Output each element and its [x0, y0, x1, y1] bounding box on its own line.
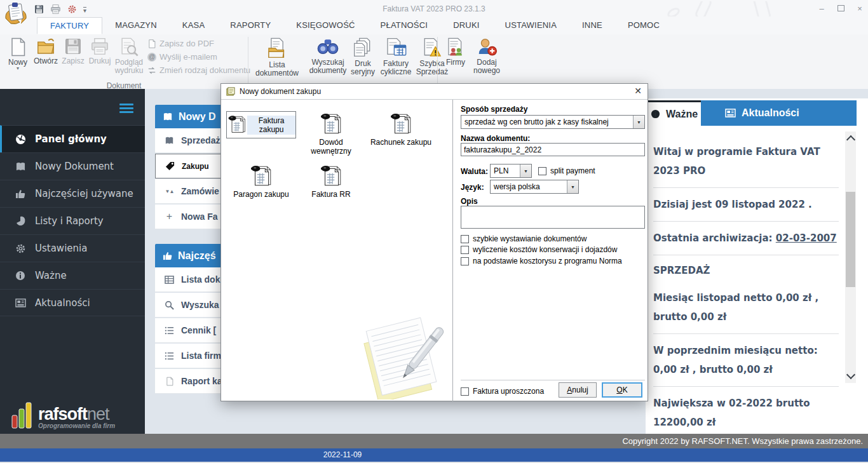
row-nowa-faktura[interactable]: + Nowa Fa: [155, 205, 231, 229]
archive-date-link[interactable]: 02-03-2007: [776, 232, 837, 244]
row-zakupu[interactable]: Zakupu: [155, 154, 231, 178]
save-button[interactable]: Zapisz: [60, 37, 86, 65]
tab-ksiegowosc[interactable]: KSIĘGOWOŚĆ: [283, 17, 367, 34]
sidebar-item-panel-glowny[interactable]: Panel główny: [0, 125, 145, 152]
split-payment-checkbox[interactable]: split payment: [538, 166, 595, 175]
bar-chart-logo-icon: [11, 401, 33, 429]
copies-icon: [353, 37, 373, 58]
copyright-bar: Copyright 2022 by RAFSOFT.NET. Wszystkie…: [0, 434, 868, 448]
scroll-up-icon[interactable]: [846, 135, 855, 144]
thumb-up-icon: [14, 189, 27, 199]
row-cennik[interactable]: Cennik [: [155, 318, 231, 343]
option-norma-estimate[interactable]: na podstawie kosztorysu z programu Norma: [461, 257, 622, 265]
document-list-button[interactable]: Lista dokumentów: [252, 37, 302, 77]
tab-druki[interactable]: DRUKI: [440, 17, 492, 34]
dashboard-icon: [14, 134, 27, 145]
type-rachunek-zakupu[interactable]: Rachunek zakupu: [366, 111, 436, 147]
sidebar-item-aktualnosci[interactable]: Aktualności: [0, 289, 145, 316]
info-icon: [14, 271, 27, 281]
scrollbar[interactable]: [845, 131, 856, 383]
new-button[interactable]: Nowy▾: [4, 37, 32, 70]
pdf-icon: [147, 39, 156, 48]
row-lista-firm[interactable]: Lista firm: [155, 344, 231, 368]
language-select[interactable]: wersja polska▼: [490, 180, 579, 194]
app-title: Faktura VAT 2023 PRO 23.1.3: [0, 4, 868, 13]
option-quick-documents[interactable]: szybkie wystawianie dokumentów: [461, 234, 587, 243]
ok-button[interactable]: OK: [602, 382, 642, 398]
sidebar-item-wazne[interactable]: Ważne: [0, 262, 145, 289]
info-panel: Ważne Aktualności Witaj w programie Fakt…: [646, 98, 868, 434]
tab-raporty[interactable]: RAPORTY: [217, 17, 283, 34]
dialog-titlebar[interactable]: Nowy dokument zakupu ✕: [221, 84, 648, 100]
dialog-close-icon[interactable]: ✕: [634, 86, 642, 96]
info-list: Witaj w programie Faktura VAT 2023 PRO D…: [653, 135, 839, 463]
tab-aktualnosci[interactable]: Aktualności: [701, 100, 857, 126]
status-date: 2022-11-09: [292, 450, 393, 459]
scrollbar-thumb[interactable]: [846, 192, 855, 287]
ribbon-separator: [248, 37, 248, 84]
tab-faktury[interactable]: FAKTURY: [37, 17, 102, 34]
tab-platnosci[interactable]: PŁATNOŚCI: [368, 17, 441, 34]
row-raport-kasowy[interactable]: Raport ka: [155, 369, 231, 394]
sidebar-item-ustawienia[interactable]: Ustawienia: [0, 234, 145, 262]
serial-print-button[interactable]: Druk seryjny: [348, 37, 377, 76]
scroll-down-icon[interactable]: [846, 370, 855, 379]
tab-ustawienia[interactable]: USTAWIENIA: [492, 17, 569, 34]
change-doc-type-button[interactable]: Zmień rodzaj dokumentu: [147, 65, 250, 75]
type-faktura-zakupu[interactable]: Faktura zakupu: [226, 111, 296, 138]
sales-header: SPRZEDAŻ: [653, 255, 839, 281]
sidebar-item-listy-i-raporty[interactable]: Listy i Raporty: [0, 207, 145, 234]
minimize-button[interactable]: –: [813, 4, 830, 14]
sidebar-item-najczesciej-uzywane[interactable]: Najczęściej używane: [0, 180, 145, 207]
sidebar-item-nowy-dokument[interactable]: Nowy Dokument: [0, 152, 145, 180]
document-name-input[interactable]: [461, 143, 645, 156]
simplified-invoice-checkbox[interactable]: Faktura uproszczona: [461, 387, 544, 396]
currency-label: Waluta:: [461, 167, 488, 176]
print-button[interactable]: Drukuj: [86, 37, 113, 65]
tag-icon: [165, 161, 175, 171]
row-lista-dokumentow[interactable]: Lista dok: [155, 267, 231, 292]
save-pdf-button[interactable]: Zapisz do PDF: [147, 39, 214, 48]
tab-pomoc[interactable]: POMOC: [615, 17, 672, 34]
checkbox-icon: [461, 235, 469, 243]
print-icon[interactable]: [50, 4, 61, 14]
close-button[interactable]: ×: [851, 4, 868, 14]
save-icon[interactable]: [34, 4, 44, 14]
dialog-note-icon: [226, 87, 235, 97]
ribbon: Nowy▾ Otwórz Zapisz Drukuj Podgląd wydru…: [0, 34, 868, 90]
sale-method-select[interactable]: sprzedaż wg cen brutto jak z kasy fiskal…: [461, 115, 645, 129]
row-zamowienia[interactable]: ▼▲ Zamówie: [155, 179, 231, 204]
save-floppy-icon: [64, 37, 82, 55]
type-faktura-rr[interactable]: Faktura RR: [296, 163, 366, 199]
today-message: Dzisiaj jest 09 listopad 2022 .: [653, 188, 839, 222]
cyclic-invoices-button[interactable]: Faktury cykliczne: [376, 37, 416, 76]
row-wyszukaj[interactable]: Wyszuka: [155, 293, 231, 318]
open-button[interactable]: Otwórz: [32, 37, 60, 65]
news-icon: [14, 299, 27, 307]
sales-month: Miesiąc listopad netto 0,00 zł , brutto …: [653, 281, 839, 334]
hamburger-menu-icon[interactable]: [119, 102, 133, 115]
print-preview-button[interactable]: Podgląd wydruku: [113, 37, 145, 75]
tab-inne[interactable]: INNE: [569, 17, 615, 34]
book-icon: [163, 112, 173, 121]
plus-icon: +: [164, 211, 175, 222]
app-logo-icon[interactable]: [4, 2, 28, 25]
companies-button[interactable]: Firmy: [441, 37, 470, 67]
settings-icon[interactable]: [67, 4, 77, 14]
option-maintenance-costs[interactable]: wyliczenie kosztów konserwacji i dojazdó…: [461, 245, 617, 254]
tab-kasa[interactable]: KASA: [170, 17, 217, 34]
swap-arrows-icon: [147, 66, 156, 75]
email-button[interactable]: @ Wyślij e-mailem: [147, 52, 217, 62]
tab-wazne[interactable]: Ważne: [646, 100, 701, 126]
description-textarea[interactable]: [461, 206, 645, 229]
cancel-button[interactable]: Anuluj: [559, 382, 597, 398]
row-sprzedaz[interactable]: Sprzedaż: [155, 128, 231, 153]
search-documents-button[interactable]: Wyszukaj dokumenty: [304, 37, 352, 75]
add-contractor-button[interactable]: Dodaj nowego: [469, 37, 505, 75]
type-dowod-wewnetrzny[interactable]: Dowód wewnętrzny: [296, 111, 366, 156]
maximize-button[interactable]: [832, 4, 849, 14]
tab-magazyn[interactable]: MAGAZYN: [102, 17, 170, 34]
binoculars-icon: [317, 37, 339, 57]
type-paragon-zakupu[interactable]: Paragon zakupu: [226, 163, 296, 199]
currency-select[interactable]: PLN▼: [490, 164, 532, 178]
